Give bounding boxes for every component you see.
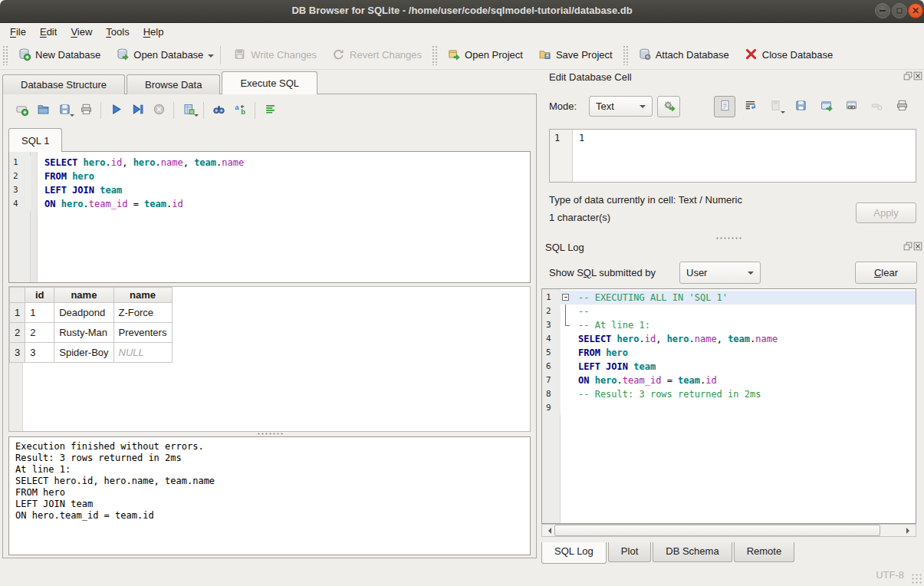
table-cell[interactable]: 1 [25, 303, 54, 323]
fold-collapse-icon[interactable] [562, 294, 569, 301]
row-number[interactable]: 3 [10, 343, 25, 363]
cell-print-cell-button[interactable] [891, 96, 912, 117]
resize-grip[interactable] [911, 573, 922, 584]
tab-database-structure[interactable]: Database Structure [2, 74, 125, 94]
attach-database-button[interactable]: Attach Database [630, 44, 737, 67]
sql-toolbar-save-sql-file-button[interactable] [54, 100, 75, 120]
mode-select[interactable]: Text [589, 96, 653, 117]
auto-apply-button[interactable] [657, 96, 680, 117]
table-cell[interactable]: 2 [25, 323, 54, 343]
log-float-icon[interactable] [903, 242, 912, 251]
sql-log-view[interactable]: 1-- EXECUTING ALL IN 'SQL 1'2--3-- At li… [541, 288, 916, 524]
maximize-button[interactable] [892, 3, 907, 18]
menu-help[interactable]: Help [136, 25, 171, 39]
scroll-left-icon[interactable] [542, 525, 554, 536]
toolbar-separator [255, 102, 255, 119]
write-changes-button[interactable]: Write Changes [225, 44, 324, 67]
scroll-right-icon[interactable] [903, 525, 916, 536]
dock-tab-db-schema[interactable]: DB Schema [653, 542, 732, 562]
toolbar-handle [432, 45, 437, 65]
dock-tab-plot[interactable]: Plot [608, 542, 651, 562]
tab-browse-data[interactable]: Browse Data [127, 74, 220, 94]
sql-toolbar-export-results-button[interactable] [178, 100, 199, 120]
sql-toolbar-execute-current-line-button[interactable] [127, 100, 148, 120]
save-project-button[interactable]: Save Project [531, 44, 620, 67]
dropdown-caret-icon[interactable] [208, 54, 214, 61]
cell-import-data-button[interactable] [765, 96, 786, 117]
corner-header[interactable] [10, 288, 25, 303]
log-filter-label: Show SQL submitted by [549, 267, 656, 278]
cell-set-null-button[interactable] [866, 96, 887, 117]
fold-margin [31, 183, 38, 197]
sql-toolbar-print-button[interactable] [75, 100, 97, 120]
sql-toolbar-open-sql-file-button[interactable] [32, 100, 54, 120]
db-open-icon [116, 48, 129, 63]
table-cell[interactable]: Z-Force [113, 303, 172, 323]
apply-button[interactable]: Apply [856, 202, 916, 223]
revert-changes-button[interactable]: Revert Changes [324, 44, 429, 67]
log-close-icon[interactable] [913, 242, 922, 251]
menu-edit[interactable]: Edit [33, 25, 64, 39]
sql-toolbar-stop-execution-button[interactable] [148, 100, 169, 120]
fold-margin [561, 374, 571, 387]
table-cell[interactable]: Rusty-Man [54, 323, 113, 343]
sql-toolbar-find-replace-button[interactable]: ab [229, 100, 251, 120]
dock-splitter-handle[interactable] [715, 236, 742, 240]
table-cell[interactable]: Preventers [113, 323, 172, 343]
table-cell[interactable]: Deadpond [54, 303, 113, 323]
tab-execute-sql[interactable]: Execute SQL [222, 71, 317, 94]
table-cell[interactable]: NULL [113, 343, 172, 363]
open-project-button[interactable]: Open Project [439, 44, 531, 67]
cell-copy-link-button[interactable] [840, 96, 862, 117]
sql-toolbar-execute-all-button[interactable] [105, 100, 127, 120]
close-button[interactable]: ✕ [908, 3, 923, 18]
new-database-button[interactable]: New Database [10, 44, 108, 67]
dock-close-icon[interactable] [913, 71, 922, 81]
code-line: 2FROM hero [9, 170, 530, 183]
code-text: ON hero.team_id = team.id [571, 374, 916, 387]
menu-tools[interactable]: Tools [99, 25, 136, 39]
column-header-name[interactable]: name [113, 288, 172, 303]
cell-open-in-external-button[interactable] [815, 96, 837, 117]
toolbar-separator [100, 102, 101, 119]
message-line: Result: 3 rows returned in 2ms [15, 453, 524, 464]
close-database-button[interactable]: Close Database [737, 44, 841, 67]
dock-float-icon[interactable] [903, 71, 912, 81]
cell-editor[interactable]: 1 1 [549, 129, 916, 183]
clear-button[interactable]: Clear [855, 262, 917, 284]
open-database-button[interactable]: Open Database [108, 44, 211, 67]
row-number[interactable]: 2 [10, 323, 25, 343]
line-number: 4 [9, 197, 31, 211]
results-area[interactable]: idnamename11DeadpondZ-Force22Rusty-ManPr… [8, 286, 531, 432]
main-tab-bar: Database StructureBrowse DataExecute SQL [2, 71, 319, 94]
code-line: 5FROM hero [542, 346, 916, 360]
log-filter-select[interactable]: User [679, 262, 761, 284]
dock-tab-remote[interactable]: Remote [734, 542, 795, 562]
minimize-button[interactable] [875, 3, 890, 18]
column-header-name[interactable]: name [54, 288, 113, 303]
table-cell[interactable]: Spider-Boy [54, 343, 113, 363]
sql-editor-tab[interactable]: SQL 1 [8, 128, 62, 152]
row-number[interactable]: 1 [10, 303, 25, 323]
dock-tab-bar: SQL LogPlotDB SchemaRemote [541, 542, 796, 564]
menu-view[interactable]: View [64, 25, 99, 39]
table-cell[interactable]: 3 [25, 343, 54, 363]
splitter-handle[interactable] [257, 432, 283, 436]
dock-tab-sql-log[interactable]: SQL Log [541, 542, 607, 564]
code-text: -- EXECUTING ALL IN 'SQL 1' [571, 291, 916, 305]
line-number: 6 [542, 360, 561, 374]
sql-toolbar-find-button[interactable] [208, 100, 229, 120]
column-header-id[interactable]: id [25, 288, 54, 303]
sql-editor[interactable]: 1SELECT hero.id, hero.name, team.name2FR… [8, 151, 531, 283]
line-number: 3 [542, 318, 561, 332]
cell-text-mode-button[interactable] [714, 96, 735, 117]
fold-margin[interactable] [561, 291, 571, 305]
sql-toolbar-new-tab-button[interactable] [11, 100, 32, 120]
cell-export-data-button[interactable] [790, 96, 811, 117]
log-horizontal-scrollbar[interactable] [541, 524, 916, 537]
cell-word-wrap-button[interactable] [739, 96, 761, 117]
cell-edit-icon-row [714, 96, 912, 117]
menu-file[interactable]: File [3, 25, 33, 39]
scrollbar-thumb[interactable] [554, 525, 880, 536]
sql-toolbar-format-sql-button[interactable] [259, 100, 281, 120]
